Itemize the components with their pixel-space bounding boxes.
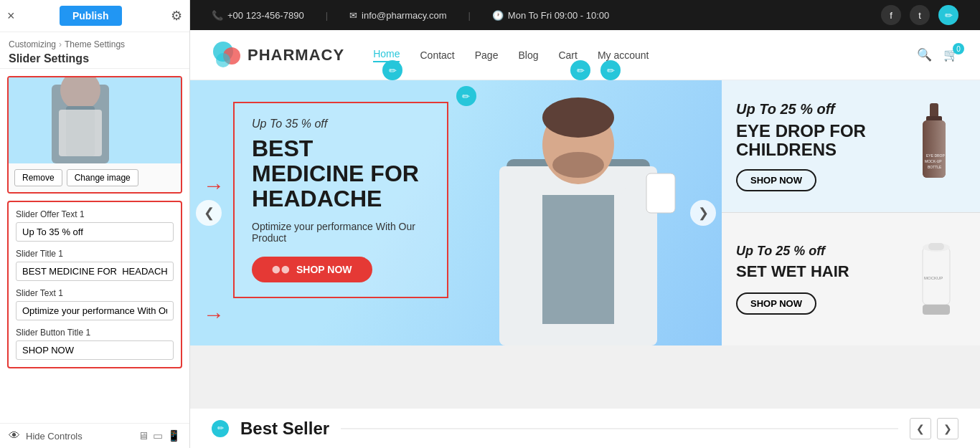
tablet-icon[interactable]: ▭: [153, 429, 163, 442]
doctor-svg: [463, 87, 693, 345]
red-arrow-2: →: [203, 302, 225, 327]
svg-rect-15: [646, 173, 675, 213]
change-image-button[interactable]: Change image: [67, 169, 138, 186]
logo-icon: [212, 40, 242, 70]
svg-rect-24: [923, 305, 950, 315]
slider-content: Up To 35 % off BEST MEDICINE FOR HEADACH…: [212, 102, 448, 345]
hero-shop-button[interactable]: ⬤⬤ SHOP NOW: [252, 257, 372, 282]
site-nav: Home Contact Page Blog Cart My account: [373, 48, 917, 62]
best-seller-bar: ✏ Best Seller ❮ ❯: [190, 409, 980, 448]
nav-item-contact[interactable]: Contact: [420, 49, 454, 61]
nav-item-myaccount[interactable]: My account: [598, 49, 649, 61]
panel-title: Slider Settings: [9, 52, 181, 65]
slider-button-title-input[interactable]: [16, 340, 174, 360]
phone-number: +00 123-456-7890: [227, 10, 304, 21]
search-icon[interactable]: 🔍: [917, 47, 932, 62]
slider-title-input[interactable]: [16, 262, 174, 281]
nav-item-cart[interactable]: Cart: [558, 49, 577, 61]
hero-desc-line1: Optimize your performance With Our: [252, 221, 415, 232]
edit-dot-logo[interactable]: ✏: [382, 60, 402, 80]
hide-controls-label: Hide Controls: [26, 431, 83, 442]
promo-1-shop-button[interactable]: SHOP NOW: [736, 169, 816, 191]
nav-item-home[interactable]: Home: [373, 48, 400, 62]
site-header: ✏ PHARMACY ✏ ✏ Home Contact Page Blog Ca…: [190, 30, 980, 80]
shop-btn-dots: ⬤⬤: [272, 265, 291, 273]
nav-item-blog[interactable]: Blog: [518, 49, 538, 61]
twitter-icon[interactable]: t: [910, 5, 930, 25]
slider-prev-button[interactable]: ❮: [196, 200, 222, 226]
topbar-phone: 📞 +00 123-456-7890: [212, 10, 304, 21]
svg-point-12: [542, 97, 614, 138]
eye-drop-bottle-svg: EYE DROP MOCK-UP BOTTLE: [912, 103, 962, 189]
slider-offer-text-input[interactable]: [16, 222, 174, 242]
promo-1-image: EYE DROP MOCK-UP BOTTLE: [908, 103, 966, 189]
panel-scroll-area[interactable]: Remove Change image Slider Offer Text 1 …: [0, 69, 189, 423]
hero-desc-line2: Product: [252, 232, 286, 244]
hero-slider: ✏: [190, 80, 722, 345]
publish-button[interactable]: Publish: [60, 6, 122, 26]
svg-rect-16: [930, 103, 938, 118]
breadcrumb-child[interactable]: Theme Settings: [65, 39, 125, 49]
email-icon: ✉: [349, 10, 357, 21]
slider-image-preview: [9, 77, 181, 163]
svg-rect-4: [59, 110, 102, 156]
svg-text:MOCK-UP: MOCK-UP: [925, 159, 942, 163]
site-header-right: 🔍 🛒 0: [917, 47, 958, 62]
hero-title: BEST MEDICINE FOR HEADACHE: [252, 136, 430, 212]
edit-dot-nav-home[interactable]: ✏: [570, 60, 590, 80]
promo-2-image: MOCKUP: [908, 240, 966, 319]
desktop-icon[interactable]: 🖥: [138, 429, 149, 442]
best-seller-next-button[interactable]: ❯: [937, 418, 958, 439]
promo-2-shop-button[interactable]: SHOP NOW: [736, 292, 816, 315]
nav-item-page[interactable]: Page: [475, 49, 499, 61]
promo-card-2: Up To 25 % off SET WET HAIR SHOP NOW MOC…: [722, 213, 980, 345]
cart-badge: 0: [953, 43, 964, 54]
svg-rect-10: [542, 195, 614, 324]
panel-close-button[interactable]: ×: [7, 9, 15, 24]
main-preview-area: 📞 +00 123-456-7890 | ✉ info@pharmacy.com…: [190, 0, 980, 448]
logo-text: PHARMACY: [248, 46, 344, 65]
best-seller-prev-button[interactable]: ❮: [910, 418, 931, 439]
breadcrumb: Customizing › Theme Settings: [9, 39, 181, 49]
hero-offer-text: Up To 35 % off: [252, 118, 430, 130]
mobile-icon[interactable]: 📱: [167, 429, 181, 442]
remove-image-button[interactable]: Remove: [14, 169, 62, 186]
email-address: info@pharmacy.com: [362, 10, 446, 21]
promo-1-title-line1: EYE DROP FOR: [736, 121, 866, 140]
topbar-social: f t ✏: [881, 5, 958, 25]
topbar-email: ✉ info@pharmacy.com: [349, 10, 446, 21]
slider-next-button[interactable]: ❯: [690, 200, 716, 226]
customizer-panel: × Publish ⚙ Customizing › Theme Settings…: [0, 0, 190, 448]
phone-icon: 📞: [212, 10, 223, 21]
slider-preview-image: [9, 77, 181, 163]
topbar-hours: 🕐 Mon To Fri 09:00 - 10:00: [492, 10, 609, 21]
topbar-sep-1: |: [326, 10, 328, 21]
slider-text-input[interactable]: [16, 301, 174, 320]
slider-content-box: Up To 35 % off BEST MEDICINE FOR HEADACH…: [233, 102, 448, 298]
topbar-sep-2: |: [468, 10, 470, 21]
svg-text:EYE DROP: EYE DROP: [926, 153, 946, 158]
edit-dot-best-seller[interactable]: ✏: [212, 420, 229, 437]
business-hours: Mon To Fri 09:00 - 10:00: [508, 10, 609, 21]
hero-desc: Optimize your performance With Our Produ…: [252, 221, 430, 244]
field-label-2: Slider Text 1: [16, 288, 174, 298]
best-seller-divider: [341, 428, 898, 429]
edit-dot-nav-blog[interactable]: ✏: [600, 60, 621, 80]
edit-dot-slider[interactable]: ✏: [456, 86, 476, 106]
device-icons: 🖥 ▭ 📱: [138, 429, 181, 442]
pencil-icon[interactable]: ✏: [938, 5, 958, 25]
field-label-3: Slider Button Title 1: [16, 328, 174, 338]
eye-icon: 👁: [9, 429, 20, 442]
site-topbar: 📞 +00 123-456-7890 | ✉ info@pharmacy.com…: [190, 0, 980, 30]
cart-icon-wrapper: 🛒 0: [943, 47, 958, 62]
shop-btn-label: SHOP NOW: [296, 264, 352, 275]
svg-rect-19: [923, 120, 946, 178]
field-label-0: Slider Offer Text 1: [16, 209, 174, 219]
svg-text:MOCKUP: MOCKUP: [924, 276, 943, 280]
breadcrumb-root[interactable]: Customizing: [9, 39, 56, 49]
panel-nav: Customizing › Theme Settings Slider Sett…: [0, 32, 189, 69]
hair-tube-svg: MOCKUP: [908, 240, 966, 319]
panel-gear-button[interactable]: ⚙: [171, 8, 182, 24]
facebook-icon[interactable]: f: [881, 5, 901, 25]
panel-bottom-bar[interactable]: 👁 Hide Controls 🖥 ▭ 📱: [0, 423, 189, 448]
